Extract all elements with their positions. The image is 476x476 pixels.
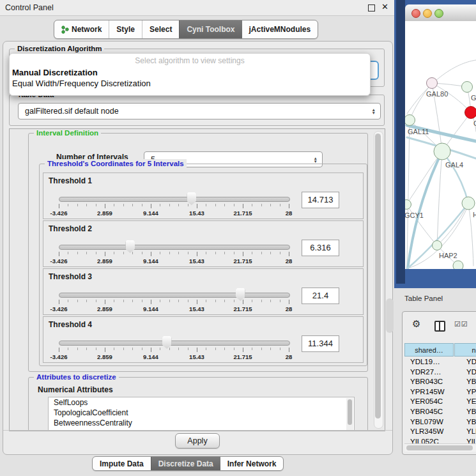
slider-tick-label: 21.715 — [233, 305, 252, 312]
table-row[interactable]: YBL079WYBL0 — [404, 417, 476, 427]
network-node[interactable] — [433, 241, 442, 250]
slider-thumb[interactable] — [162, 336, 172, 349]
slider-tick-label: 9.144 — [143, 210, 158, 217]
slider-minor-ticks — [59, 204, 290, 206]
attribute-item[interactable]: BetweennessCentrality — [49, 418, 354, 428]
node-label: GAL4 — [445, 161, 463, 169]
checkboxes-icon[interactable]: ☑☑ — [454, 320, 468, 328]
threshold-value-field[interactable]: 14.713 — [302, 192, 339, 208]
table-data-selected-value: galFiltered.sif default node — [25, 107, 119, 116]
network-node[interactable] — [427, 78, 438, 89]
tab-network[interactable]: Network — [54, 20, 109, 38]
network-node[interactable] — [434, 143, 450, 160]
tab-impute-data[interactable]: Impute Data — [93, 457, 151, 470]
algorithm-option[interactable]: Equal Width/Frequency Discretization — [12, 79, 151, 88]
slider-tick-label: 9.144 — [143, 305, 158, 312]
algorithm-placeholder: Select algorithm to view settings — [10, 56, 370, 65]
apply-button[interactable]: Apply — [175, 433, 220, 449]
float-icon[interactable] — [368, 4, 375, 12]
network-node[interactable] — [453, 261, 463, 269]
threshold-slider[interactable]: -3.4262.8599.14415.4321.71528 — [59, 283, 289, 312]
attributes-group-label: Attributes to discretize — [34, 372, 119, 381]
network-node[interactable] — [465, 107, 476, 119]
threshold-label: Threshold 4 — [49, 320, 92, 329]
column-header[interactable]: shared… — [404, 343, 454, 357]
table-row[interactable]: YBR045CYBR0 — [404, 407, 476, 417]
minimize-traffic-light-icon[interactable] — [423, 9, 432, 18]
slider-major-tick — [289, 300, 289, 304]
panel-divider-handle[interactable] — [386, 298, 394, 333]
algorithm-dropdown-popup: Select algorithm to view settings Manual… — [9, 53, 371, 96]
network-node[interactable] — [462, 82, 473, 93]
table-row[interactable]: YPR145WYPR1 — [404, 387, 476, 397]
table-row[interactable]: YER054CYER0 — [404, 397, 476, 407]
combo-spinner-icon[interactable]: ▲▼ — [314, 157, 318, 163]
network-canvas[interactable]: GAL80GACGAL11GAL4GCY1HHAP2 — [405, 21, 476, 269]
table-cell: YBR0 — [459, 407, 476, 417]
slider-minor-ticks — [59, 300, 290, 302]
close-traffic-light-icon[interactable] — [411, 9, 420, 18]
slider-major-tick — [105, 204, 105, 208]
slider-minor-ticks — [59, 348, 290, 350]
table-row[interactable]: YLR345WYLR3 — [404, 427, 476, 437]
tab-jactivemnodules[interactable]: jActiveMNodules — [242, 20, 318, 38]
table-hscrollbar[interactable] — [404, 443, 476, 452]
table-cell: YIL052C — [404, 437, 459, 443]
threshold-panel: Threshold 1 -3.4262.8599.14415.4321.7152… — [43, 173, 364, 219]
slider-major-tick — [151, 300, 151, 304]
network-node[interactable] — [462, 197, 475, 210]
slider-track[interactable] — [59, 341, 290, 346]
thresholds-group: Threshold's Coordinates for 5 Intervals … — [39, 164, 367, 366]
network-node[interactable] — [405, 115, 415, 126]
network-node[interactable] — [405, 200, 411, 210]
table-cell: YPR1 — [459, 387, 476, 397]
gear-icon[interactable]: ⚙ — [412, 318, 420, 330]
slider-tick-label: 21.715 — [233, 210, 252, 217]
slider-thumb[interactable] — [236, 288, 245, 301]
table-row[interactable]: YIL052CYIL0 — [404, 437, 476, 443]
threshold-slider[interactable]: -3.4262.8599.14415.4321.71528 — [59, 235, 289, 265]
slider-track[interactable] — [59, 197, 290, 202]
combo-spinner-icon[interactable]: ▲▼ — [372, 108, 376, 114]
table-data-combobox[interactable]: galFiltered.sif default node ▲▼ — [18, 103, 381, 119]
slider-thumb[interactable] — [125, 240, 135, 253]
slider-tick-label: 9.144 — [143, 257, 158, 265]
network-icon — [61, 26, 69, 34]
threshold-slider[interactable]: -3.4262.8599.14415.4321.71528 — [59, 331, 289, 360]
numerical-attributes-list[interactable]: SelfLoopsTopologicalCoefficientBetweenne… — [48, 397, 355, 431]
attribute-item[interactable]: SelfLoops — [49, 397, 354, 408]
zoom-traffic-light-icon[interactable] — [434, 9, 443, 18]
tab-label: jActiveMNodules — [249, 25, 311, 34]
slider-tick-label: 2.859 — [97, 305, 112, 312]
slider-minor-ticks — [59, 252, 290, 254]
columns-icon[interactable] — [434, 321, 445, 332]
table-row[interactable]: YDR27…YDR2 — [404, 367, 476, 378]
threshold-slider[interactable]: -3.4262.8599.14415.4321.71528 — [59, 187, 289, 217]
network-window-titlebar[interactable] — [405, 4, 476, 22]
threshold-value-field[interactable]: 11.344 — [302, 335, 339, 352]
attribute-item[interactable]: TopologicalCoefficient — [49, 408, 354, 418]
tab-style[interactable]: Style — [109, 20, 142, 38]
threshold-value-field[interactable]: 21.4 — [302, 288, 339, 304]
tab-discretize-data[interactable]: Discretize Data — [151, 457, 220, 470]
tab-cyni-toolbox[interactable]: Cyni Toolbox — [179, 20, 242, 38]
slider-track[interactable] — [59, 245, 290, 250]
slider-thumb[interactable] — [187, 192, 196, 205]
column-header[interactable]: n — [454, 343, 476, 357]
attributes-group: Attributes to discretize Numerical Attri… — [28, 377, 368, 431]
table-row[interactable]: YDL19…YDL1 — [404, 357, 476, 367]
algorithm-option[interactable]: Manual Discretization — [12, 68, 98, 77]
close-icon[interactable]: ✕ — [381, 2, 388, 12]
table-row[interactable]: YBR043CYBR0 — [404, 377, 476, 387]
panel-scrollbar[interactable] — [374, 131, 383, 429]
table-cell: YBL0 — [459, 417, 476, 427]
slider-tick-label: 28 — [286, 257, 293, 265]
tab-select[interactable]: Select — [142, 20, 179, 38]
slider-track[interactable] — [59, 293, 290, 298]
tab-infer-network[interactable]: Infer Network — [220, 457, 284, 470]
list-scrollbar[interactable] — [346, 398, 353, 431]
threshold-label: Threshold 1 — [49, 176, 92, 185]
threshold-value-field[interactable]: 6.316 — [302, 240, 339, 256]
slider-tick-label: 15.43 — [189, 257, 204, 265]
network-desktop: GAL80GACGAL11GAL4GCY1HHAP2 — [394, 0, 476, 288]
